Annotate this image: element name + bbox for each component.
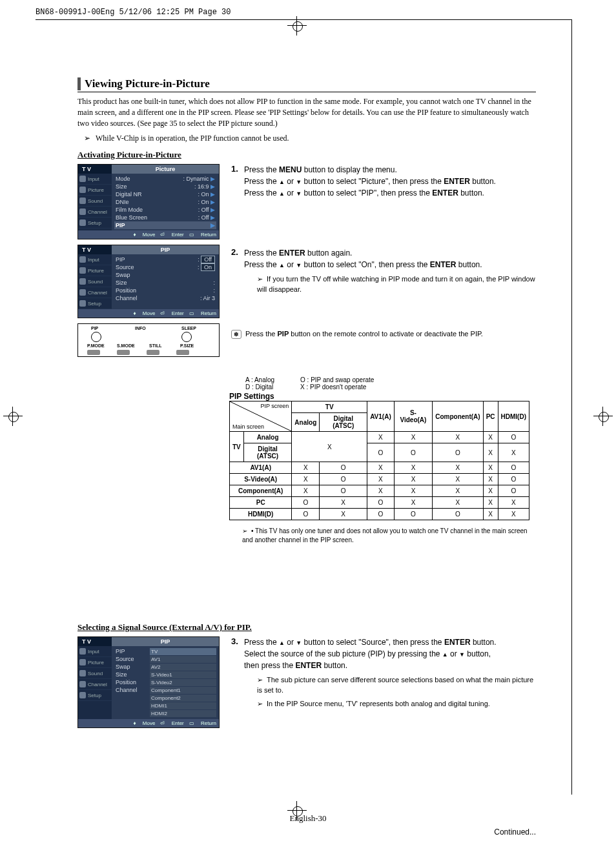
- osd1-enter: Enter: [172, 232, 184, 238]
- r6c5: X: [483, 509, 498, 520]
- r1c6: X: [498, 443, 529, 462]
- s1l1b: MENU: [279, 165, 302, 174]
- r6c0: O: [292, 509, 320, 520]
- osd3-s2: Sound: [88, 671, 103, 676]
- s2l2e: button.: [457, 260, 482, 269]
- r6h: HDMI(D): [230, 509, 292, 520]
- crop-mark-left: [3, 407, 23, 426]
- osd1-r1v: : 16:9: [194, 183, 209, 190]
- src6: Component2: [150, 695, 216, 702]
- legend-o: O : PIP and swap operate: [300, 376, 374, 383]
- rta: Press the: [245, 330, 278, 338]
- crop-mark-top: [287, 16, 313, 42]
- r3c2: X: [367, 474, 395, 485]
- s1l2e: button.: [470, 177, 496, 186]
- o3r5: Channel: [116, 687, 138, 693]
- s1l3c: button to select "PIP", then press the: [302, 188, 432, 198]
- th-comp: Component(A): [433, 401, 483, 432]
- osd1-side-3: Channel: [88, 209, 107, 215]
- osd1-r5k: Blue Screen: [116, 214, 147, 221]
- r5c3: X: [394, 497, 432, 509]
- page-number: English-30: [289, 813, 326, 824]
- s1l3e: button.: [458, 188, 484, 198]
- osd3-tab: PIP: [112, 637, 219, 646]
- osd1-move: Move: [143, 232, 156, 238]
- s3l1e: button.: [471, 638, 497, 647]
- r0h: TV: [230, 432, 244, 462]
- r1c5: X: [483, 443, 498, 462]
- r2c3: X: [394, 462, 432, 474]
- s3l3: then press the: [244, 661, 295, 670]
- src1: AV1: [150, 656, 216, 663]
- r3c1: O: [320, 474, 367, 485]
- s1l1c: button to display the menu.: [302, 165, 396, 174]
- osd1-tab: Picture: [112, 165, 219, 174]
- r6c3: O: [394, 509, 432, 520]
- src3: S-Video1: [150, 671, 216, 678]
- osd1-r4v: : Off: [198, 207, 209, 213]
- svg-line-0: [230, 401, 291, 431]
- remote-pmode: P.MODE: [87, 343, 105, 348]
- r0c5: X: [483, 432, 498, 443]
- step2-num: 2.: [231, 247, 244, 294]
- r6c6: X: [498, 509, 529, 520]
- r0c4: X: [433, 432, 483, 443]
- remote-info: INFO: [135, 326, 146, 330]
- osd1-r0v: : Dynamic: [183, 176, 209, 182]
- osd1-r3k: DNIe: [116, 199, 129, 205]
- osd3-tv: T V: [78, 637, 112, 646]
- s1l2a: Press the: [244, 177, 279, 186]
- r6c2: O: [367, 509, 395, 520]
- th-pc: PC: [483, 401, 498, 432]
- r5c0: O: [292, 497, 320, 509]
- s1l2b: or: [285, 177, 296, 186]
- r0c0: X: [292, 432, 367, 462]
- osd1-side-0: Input: [88, 176, 99, 182]
- osd1-r2v: : On: [198, 191, 209, 198]
- osd2-r1k: Source: [116, 264, 134, 270]
- r2c0: X: [292, 462, 320, 474]
- r5c6: X: [498, 497, 529, 509]
- step3-num: 3.: [231, 636, 244, 709]
- pip-table-note: • This TV has only one tuner and does no…: [242, 527, 536, 545]
- osd2-r0v: Off: [201, 256, 215, 263]
- s2l2c: button to select "On", then press the: [302, 260, 430, 269]
- pip-table-title: PIP Settings: [229, 392, 536, 401]
- step-2: 2. Press the ENTER button again. Press t…: [231, 247, 536, 294]
- o3r3: Size: [116, 671, 127, 678]
- s2l2a: Press the: [244, 260, 279, 269]
- osd3-move: Move: [143, 720, 156, 726]
- r0c2: X: [367, 432, 395, 443]
- s2l1c: button again.: [305, 249, 353, 258]
- osd2-r0k: PIP: [116, 256, 125, 263]
- subhead-activate: Activating Picture-in-Picture: [77, 150, 536, 160]
- r5c2: O: [367, 497, 395, 509]
- osd2-return: Return: [201, 310, 216, 316]
- osd1-return: Return: [201, 232, 216, 238]
- remote-sleep: SLEEP: [181, 326, 196, 330]
- subhead-source: Selecting a Signal Source (External A/V)…: [77, 622, 536, 633]
- osd1-tv: T V: [78, 165, 112, 174]
- r2c1: O: [320, 462, 367, 474]
- s3l2c: button,: [465, 649, 491, 658]
- intro-text: This product has one built-in tuner, whi…: [77, 96, 536, 128]
- r1c2: O: [367, 443, 395, 462]
- s1l3b: or: [285, 188, 296, 198]
- r4c2: X: [367, 485, 395, 497]
- s3l2b: or: [448, 649, 459, 658]
- src8: HDMI2: [150, 710, 216, 717]
- r2c5: X: [483, 462, 498, 474]
- osd2-side-3: Channel: [88, 290, 107, 296]
- osd3-s4: Setup: [88, 693, 101, 698]
- crop-mark-right: [593, 407, 613, 426]
- r5c5: X: [483, 497, 498, 509]
- osd2-r3k: Size: [116, 279, 127, 286]
- remote-psize: P.SIZE: [180, 343, 194, 348]
- r0c3: X: [394, 432, 432, 443]
- remote-icon: ✽: [231, 330, 241, 339]
- osd2-tab: PIP: [112, 245, 219, 254]
- r2h: AV1(A): [230, 462, 292, 474]
- r3h: S-Video(A): [230, 474, 292, 485]
- r5c1: X: [320, 497, 367, 509]
- s3l1b: or: [285, 638, 296, 647]
